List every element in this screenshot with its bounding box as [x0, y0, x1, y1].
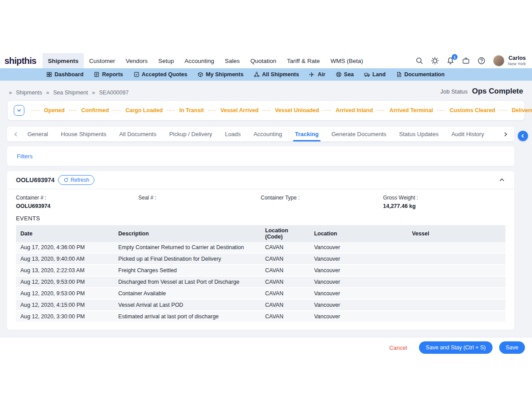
step-label: In Transit [179, 107, 204, 113]
event-table-row[interactable]: Aug 12, 2020, 9:53:00 PMContainer Availa… [16, 288, 505, 299]
field-label: Container Type : [261, 195, 383, 201]
main-nav-item[interactable]: Setup [153, 53, 179, 68]
main-nav-item[interactable]: Sales [219, 53, 245, 68]
stepper-step[interactable]: ····Delivered» [499, 107, 532, 114]
main-nav-item[interactable]: Shipments [43, 53, 84, 68]
stepper-step[interactable]: ····Customs Cleared [437, 107, 499, 113]
container-number-title: OOLU693974 [16, 176, 55, 184]
subnav-item-air[interactable]: Air [309, 71, 325, 78]
step-label: Customs Cleared [450, 107, 495, 113]
event-table-row[interactable]: Aug 12, 2020, 4:15:00 PMVessel Arrival a… [16, 299, 505, 311]
breadcrumb-item[interactable]: Sea Shipment [53, 90, 88, 96]
event-table-row[interactable]: Aug 13, 2020, 9:40:00 AMPicked up at Fin… [16, 253, 505, 265]
tab[interactable]: Status Updates [399, 127, 438, 141]
event-location-cell: Vancouver [309, 276, 407, 288]
event-location-cell: Vancouver [309, 299, 407, 311]
dashboard-icon [46, 71, 52, 78]
breadcrumb-separator: » [92, 90, 95, 96]
tab-bar: GeneralHouse ShipmentsAll DocumentsPicku… [7, 127, 514, 142]
user-menu[interactable]: Carlos New York [493, 55, 526, 66]
events-column-header: Vessel [407, 225, 505, 242]
subnav-item-documentation[interactable]: Documentation [396, 71, 445, 78]
cancel-button[interactable]: Cancel [389, 344, 407, 351]
subnav-item-all-shipments[interactable]: All Shipments [254, 71, 299, 78]
refresh-button[interactable]: Refresh [58, 175, 94, 185]
collapse-card-icon[interactable] [498, 176, 505, 184]
save-and-stay-button[interactable]: Save and Stay (Ctrl + S) [419, 341, 492, 354]
main-nav-item[interactable]: Vendors [120, 53, 153, 68]
side-panel-toggle-button[interactable] [518, 131, 528, 141]
event-table-row[interactable]: Aug 12, 2020, 9:53:00 PMDischarged from … [16, 276, 505, 288]
event-location-code-cell: CAVAN [261, 253, 309, 265]
stepper-step[interactable]: ····Arrived Terminal [377, 107, 437, 113]
event-description-cell: Container Available [114, 288, 261, 299]
stepper-step[interactable]: ····Confirmed [69, 107, 113, 113]
tab[interactable]: House Shipments [61, 127, 106, 141]
subnav-label: My Shipments [206, 71, 243, 78]
event-vessel-cell [407, 288, 505, 299]
main-nav-item[interactable]: Quotation [245, 53, 282, 68]
main-nav-item[interactable]: Accounting [179, 53, 219, 68]
tabs: GeneralHouse ShipmentsAll DocumentsPicku… [27, 127, 484, 141]
logo[interactable]: shipthis [4, 56, 36, 66]
event-vessel-cell [407, 311, 505, 322]
subnav-item-dashboard[interactable]: Dashboard [46, 71, 83, 78]
event-date-cell: Aug 12, 2020, 4:15:00 PM [16, 299, 114, 311]
breadcrumb-separator: » [46, 90, 49, 96]
tab[interactable]: Pickup / Delivery [169, 127, 212, 141]
breadcrumb-item[interactable]: Shipments [16, 90, 42, 96]
briefcase-icon[interactable] [462, 57, 470, 65]
event-table-row[interactable]: Aug 17, 2020, 4:36:00 PMEmpty Container … [16, 242, 505, 253]
subnav-item-my-shipments[interactable]: My Shipments [197, 71, 243, 78]
tab[interactable]: Audit History [451, 127, 484, 141]
events-table-head: DateDescriptionLocation (Code)LocationVe… [16, 225, 505, 242]
subnav-item-accepted-quotes[interactable]: Accepted Quotes [133, 71, 188, 78]
subnav-item-sea[interactable]: Sea [336, 71, 354, 78]
tab-scroll-left-icon[interactable] [12, 131, 20, 138]
subnav-label: Documentation [404, 71, 445, 78]
airplane-icon [309, 71, 315, 78]
tab-scroll-right-icon[interactable] [502, 131, 509, 138]
event-date-cell: Aug 12, 2020, 9:53:00 PM [16, 288, 114, 299]
main-nav-item[interactable]: WMS (Beta) [325, 53, 368, 68]
tab[interactable]: Tracking [295, 127, 318, 141]
subnav-item-reports[interactable]: Reports [94, 71, 123, 78]
help-icon[interactable] [477, 57, 485, 65]
main-nav-item[interactable]: Tariff & Rate [282, 53, 325, 68]
stepper-step[interactable]: ····Arrived Inland [323, 107, 377, 113]
gear-icon[interactable] [431, 57, 439, 65]
main-nav-item[interactable]: Customer [84, 53, 121, 68]
search-icon[interactable] [415, 57, 423, 65]
save-button[interactable]: Save [499, 341, 525, 354]
tab[interactable]: Loads [225, 127, 241, 141]
stepper-step[interactable]: ····Vessel Arrived [208, 107, 262, 113]
breadcrumb-item[interactable]: SEA000097 [99, 90, 129, 96]
stepper-step[interactable]: ····Cargo Loaded [113, 107, 167, 113]
stepper-step[interactable]: ····Opened [31, 107, 69, 113]
field-value [261, 203, 383, 210]
network-icon [254, 71, 260, 78]
step-label: Vessel Arrived [220, 107, 258, 113]
step-separator: ···· [69, 108, 77, 113]
reports-icon [94, 71, 100, 78]
subnav-label: Accepted Quotes [142, 71, 188, 78]
event-description-cell: Estimated arrival at last port of discha… [114, 311, 261, 322]
event-date-cell: Aug 17, 2020, 4:36:00 PM [16, 242, 114, 253]
tab[interactable]: Accounting [254, 127, 282, 141]
stepper-collapse-button[interactable] [14, 105, 24, 116]
stepper-step[interactable]: ····Vessel Unloaded [262, 107, 323, 113]
filters-link[interactable]: Filters [17, 153, 32, 160]
tab[interactable]: All Documents [119, 127, 156, 141]
container-tracking-card: OOLU693974 Refresh Container # : OOLU693… [7, 171, 514, 330]
tab[interactable]: General [27, 127, 48, 141]
notifications-bell-icon[interactable]: 1 [446, 57, 454, 65]
subnav-item-land[interactable]: Land [364, 71, 386, 78]
tab[interactable]: Generate Documents [332, 127, 387, 141]
stepper-step[interactable]: ····In Transit [167, 107, 208, 113]
event-table-row[interactable]: Aug 12, 2020, 3:30:00 PMEstimated arriva… [16, 311, 505, 322]
event-table-row[interactable]: Aug 13, 2020, 2:22:03 AMFreight Charges … [16, 265, 505, 276]
field-value: 14,277.46 kg [383, 203, 505, 210]
event-date-cell: Aug 13, 2020, 9:40:00 AM [16, 253, 114, 265]
subnav-label: Sea [344, 71, 354, 78]
event-date-cell: Aug 12, 2020, 9:53:00 PM [16, 276, 114, 288]
